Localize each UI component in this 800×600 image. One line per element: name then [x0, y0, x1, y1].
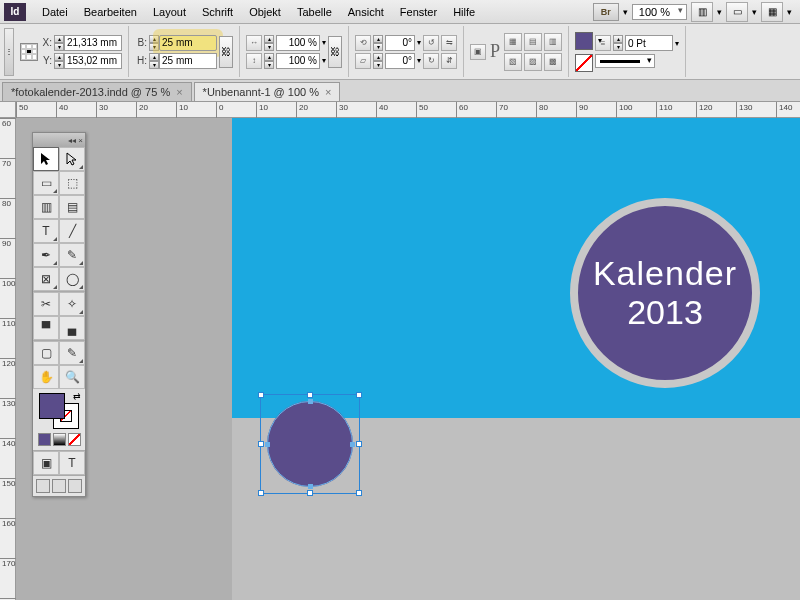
select-container-icon[interactable]: ▣: [470, 44, 486, 60]
menu-layout[interactable]: Layout: [145, 1, 194, 23]
content-frame: [267, 401, 353, 487]
apply-gradient-icon[interactable]: [53, 433, 66, 446]
shear-field[interactable]: [385, 53, 415, 69]
stroke-weight-field[interactable]: ≡ ▴▾ ▾: [595, 35, 679, 51]
menu-tabelle[interactable]: Tabelle: [289, 1, 340, 23]
anchor-t[interactable]: [308, 399, 313, 404]
note-tool[interactable]: ▢: [33, 341, 59, 365]
free-transform-tool[interactable]: ✧: [59, 292, 85, 316]
wrap-5-icon[interactable]: ▨: [524, 53, 542, 71]
constrain-scale-icon[interactable]: ⛓: [328, 36, 342, 68]
gap-tool[interactable]: ⬚: [59, 171, 85, 195]
ruler-origin[interactable]: [0, 102, 16, 118]
line-tool[interactable]: ╱: [59, 219, 85, 243]
menu-datei[interactable]: Datei: [34, 1, 76, 23]
x-label: X:: [40, 37, 52, 48]
close-icon[interactable]: ×: [325, 86, 331, 98]
kalender-title-1: Kalender: [593, 254, 737, 293]
pencil-tool[interactable]: ✎: [59, 243, 85, 267]
bleed-view-icon[interactable]: [68, 479, 82, 493]
apply-color-icon[interactable]: [38, 433, 51, 446]
stroke-swatch[interactable]: [575, 54, 593, 72]
control-bar: ⋮ X: ▴▾ Y: ▴▾ B:: [0, 24, 800, 80]
hand-tool[interactable]: ✋: [33, 365, 59, 389]
pen-tool[interactable]: ✒: [33, 243, 59, 267]
format-text-tool[interactable]: T: [59, 451, 85, 475]
constrain-wh-icon[interactable]: ⛓: [219, 36, 233, 68]
ellipse-tool[interactable]: ◯: [59, 267, 85, 291]
scissors-tool[interactable]: ✂: [33, 292, 59, 316]
menu-objekt[interactable]: Objekt: [241, 1, 289, 23]
flip-h-icon[interactable]: ⇋: [441, 35, 457, 51]
wrap-2-icon[interactable]: ▤: [524, 33, 542, 51]
control-panel-grip[interactable]: ⋮: [4, 28, 14, 76]
h-label: H:: [135, 55, 147, 66]
wrap-1-icon[interactable]: ▦: [504, 33, 522, 51]
canvas[interactable]: Kalender 2013: [16, 118, 800, 600]
kalender-circle[interactable]: Kalender 2013: [570, 198, 760, 388]
fill-swatch[interactable]: [575, 32, 593, 50]
arrange-docs-icon[interactable]: ▦: [761, 2, 783, 22]
rotate-icon: ⟲: [355, 35, 371, 51]
reference-point[interactable]: [20, 43, 38, 61]
fill-stroke-swatch[interactable]: ⇄: [39, 393, 79, 429]
rotate-ccw-icon[interactable]: ↺: [423, 35, 439, 51]
height-field[interactable]: ▴▾: [149, 53, 217, 69]
w-label: B:: [135, 37, 147, 48]
view-options-icon[interactable]: ▥: [691, 2, 713, 22]
menu-bearbeiten[interactable]: Bearbeiten: [76, 1, 145, 23]
scale-x-field[interactable]: [276, 35, 320, 51]
content-placer-tool[interactable]: ▤: [59, 195, 85, 219]
gradient-feather-tool[interactable]: ▄: [59, 316, 85, 340]
y-field[interactable]: ▴▾: [54, 53, 122, 69]
content-collector-tool[interactable]: ▥: [33, 195, 59, 219]
zoom-tool[interactable]: 🔍: [59, 365, 85, 389]
doc-tab-2[interactable]: *Unbenannt-1 @ 100 % ×: [194, 82, 341, 101]
width-field[interactable]: ▴▾: [149, 35, 217, 51]
tools-panel[interactable]: ◂◂× ▭ ⬚ ▥ ▤ T ╱ ✒ ✎ ⊠ ◯ ✂ ✧ ▀ ▄ ▢ ✎ ✋ 🔍: [32, 132, 86, 497]
scale-y-field[interactable]: [276, 53, 320, 69]
selected-object[interactable]: [260, 394, 360, 494]
bridge-button[interactable]: Br: [593, 3, 619, 21]
wrap-3-icon[interactable]: ▥: [544, 33, 562, 51]
type-tool[interactable]: T: [33, 219, 59, 243]
stroke-style[interactable]: [595, 54, 655, 68]
doc-tab-1[interactable]: *fotokalender-2013.indd @ 75 % ×: [2, 82, 192, 101]
selection-tool[interactable]: [33, 147, 59, 171]
anchor-r[interactable]: [350, 442, 355, 447]
wrap-6-icon[interactable]: ▩: [544, 53, 562, 71]
anchor-l[interactable]: [265, 442, 270, 447]
x-field[interactable]: ▴▾: [54, 35, 122, 51]
preview-view-icon[interactable]: [52, 479, 66, 493]
rotate-cw-icon[interactable]: ↻: [423, 53, 439, 69]
zoom-level[interactable]: 100 %: [632, 4, 687, 20]
view-modes: [33, 475, 85, 496]
anchor-b[interactable]: [308, 484, 313, 489]
normal-view-icon[interactable]: [36, 479, 50, 493]
menu-hilfe[interactable]: Hilfe: [445, 1, 483, 23]
close-icon[interactable]: ×: [176, 86, 182, 98]
doc-tab-2-label: *Unbenannt-1 @ 100 %: [203, 86, 319, 98]
swap-colors-icon[interactable]: ⇄: [73, 391, 81, 401]
rectangle-frame-tool[interactable]: ⊠: [33, 267, 59, 291]
fillstroke-section: ≡ ▴▾ ▾: [575, 26, 686, 77]
size-section: B: ▴▾ H: ▴▾ ⛓: [135, 26, 240, 77]
format-container-tool[interactable]: ▣: [33, 451, 59, 475]
menu-ansicht[interactable]: Ansicht: [340, 1, 392, 23]
screen-mode-icon[interactable]: ▭: [726, 2, 748, 22]
rotate-field[interactable]: [385, 35, 415, 51]
vertical-ruler[interactable]: 60708090100110120130140150160170180: [0, 118, 16, 600]
page-tool[interactable]: ▭: [33, 171, 59, 195]
apply-none-icon[interactable]: [68, 433, 81, 446]
menu-fenster[interactable]: Fenster: [392, 1, 445, 23]
direct-selection-tool[interactable]: [59, 147, 85, 171]
tools-panel-header[interactable]: ◂◂×: [33, 133, 85, 147]
wrap-4-icon[interactable]: ▧: [504, 53, 522, 71]
eyedropper-tool[interactable]: ✎: [59, 341, 85, 365]
horizontal-ruler[interactable]: 5040302010010203040506070809010011012013…: [16, 102, 800, 118]
fill-color[interactable]: [39, 393, 65, 419]
flip-v-icon[interactable]: ⇵: [441, 53, 457, 69]
menu-schrift[interactable]: Schrift: [194, 1, 241, 23]
position-section: X: ▴▾ Y: ▴▾: [20, 26, 129, 77]
gradient-swatch-tool[interactable]: ▀: [33, 316, 59, 340]
